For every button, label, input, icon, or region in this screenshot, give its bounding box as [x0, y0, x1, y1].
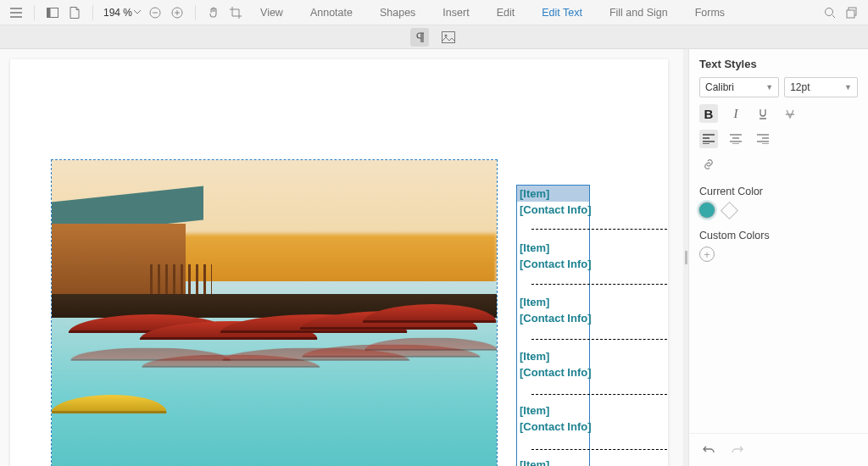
- strikethrough-button[interactable]: [781, 104, 799, 123]
- text-edit-frame[interactable]: [Item][Contact Info][Item][Contact Info]…: [516, 185, 590, 466]
- selected-image-frame[interactable]: [51, 159, 498, 466]
- contact-info-field[interactable]: [Contact Info]: [517, 364, 589, 380]
- svg-rect-1: [47, 8, 51, 17]
- current-color-heading: Current Color: [699, 186, 858, 197]
- bold-button[interactable]: B: [699, 104, 718, 123]
- contact-info-field[interactable]: [Contact Info]: [517, 419, 589, 435]
- underline-button[interactable]: [754, 104, 772, 123]
- zoom-value[interactable]: 194 %: [102, 7, 142, 19]
- zoom-out-icon[interactable]: [146, 3, 164, 22]
- separator-line: [531, 449, 667, 450]
- separator-line: [531, 229, 667, 230]
- contact-info-field[interactable]: [Contact Info]: [517, 310, 589, 326]
- document-canvas[interactable]: [Item][Contact Info][Item][Contact Info]…: [0, 49, 683, 466]
- tab-forms[interactable]: Forms: [683, 0, 737, 25]
- tab-fill-sign[interactable]: Fill and Sign: [598, 0, 680, 25]
- separator-line: [531, 394, 667, 395]
- top-toolbar: 194 % View Annotate Shapes Insert Edit E…: [0, 0, 868, 25]
- tab-edit-text[interactable]: Edit Text: [530, 0, 594, 25]
- crop-tool-icon[interactable]: [226, 3, 245, 22]
- sub-toolbar: [0, 25, 868, 49]
- align-left-button[interactable]: [699, 130, 718, 148]
- text-styles-heading: Text Styles: [699, 58, 858, 70]
- item-field[interactable]: [Item]: [517, 348, 589, 364]
- hand-tool-icon[interactable]: [204, 3, 223, 22]
- current-color-swatch[interactable]: [699, 202, 715, 218]
- tab-shapes[interactable]: Shapes: [368, 0, 427, 25]
- svg-point-8: [445, 34, 448, 36]
- tab-view[interactable]: View: [248, 0, 295, 25]
- font-family-select[interactable]: Calibri▼: [699, 77, 779, 97]
- undo-button[interactable]: [699, 441, 718, 459]
- svg-rect-6: [847, 10, 854, 18]
- align-center-button[interactable]: [726, 130, 745, 148]
- tab-annotate[interactable]: Annotate: [298, 0, 364, 25]
- item-field[interactable]: [Item]: [517, 186, 589, 202]
- separator-line: [531, 339, 667, 340]
- document-page: [Item][Contact Info][Item][Contact Info]…: [10, 59, 668, 466]
- custom-colors-heading: Custom Colors: [699, 230, 858, 241]
- item-field[interactable]: [Item]: [517, 294, 589, 310]
- svg-point-4: [826, 8, 833, 15]
- link-button[interactable]: [699, 155, 718, 174]
- tab-insert[interactable]: Insert: [431, 0, 481, 25]
- item-field[interactable]: [Item]: [517, 240, 589, 256]
- contact-info-field[interactable]: [Contact Info]: [517, 202, 589, 218]
- redo-button[interactable]: [728, 441, 747, 459]
- add-custom-color-button[interactable]: +: [699, 247, 715, 262]
- zoom-in-icon[interactable]: [168, 3, 186, 22]
- search-icon[interactable]: [821, 3, 839, 22]
- contact-info-field[interactable]: [Contact Info]: [517, 256, 589, 272]
- paragraph-tool-icon[interactable]: [410, 28, 429, 47]
- tab-edit[interactable]: Edit: [485, 0, 527, 25]
- italic-button[interactable]: I: [726, 104, 745, 123]
- windows-icon[interactable]: [843, 3, 861, 22]
- no-color-swatch[interactable]: [721, 201, 738, 219]
- svg-rect-7: [442, 31, 455, 42]
- page-icon[interactable]: [65, 3, 84, 22]
- hamburger-menu-icon[interactable]: [7, 3, 25, 22]
- separator-line: [531, 284, 667, 285]
- image-tool-icon[interactable]: [439, 28, 458, 47]
- right-sidebar: Text Styles Calibri▼ 12pt▼ B I: [688, 49, 868, 466]
- item-field[interactable]: [Item]: [517, 402, 589, 419]
- sidebar-toggle-icon[interactable]: [43, 3, 62, 22]
- lake-canoes-photo: [52, 160, 497, 466]
- align-right-button[interactable]: [754, 130, 772, 148]
- font-size-select[interactable]: 12pt▼: [784, 77, 858, 97]
- item-field[interactable]: [Item]: [517, 457, 589, 466]
